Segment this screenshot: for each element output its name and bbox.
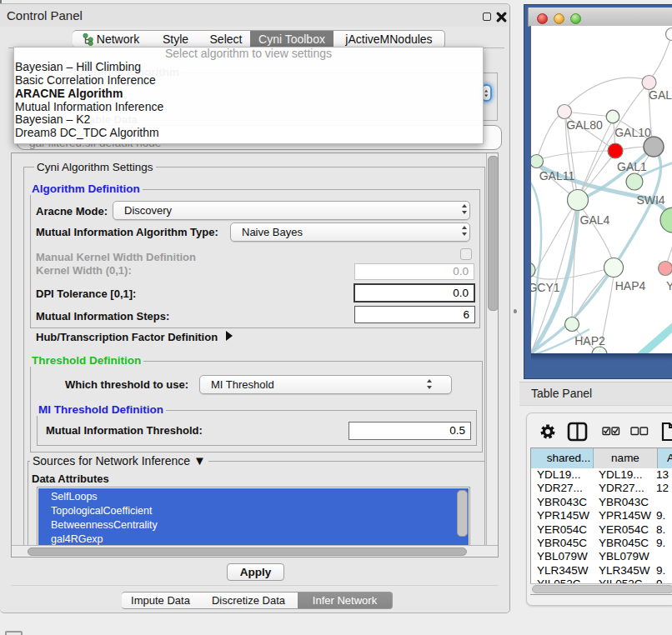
svg-text:HAP2: HAP2 bbox=[574, 334, 605, 348]
svg-text:GAL4: GAL4 bbox=[580, 213, 610, 227]
svg-text:GCY1: GCY1 bbox=[531, 281, 560, 294]
svg-text:HAP4: HAP4 bbox=[615, 279, 646, 292]
svg-text:GAL1: GAL1 bbox=[617, 160, 647, 173]
svg-text:GAL2: GAL2 bbox=[649, 88, 672, 102]
svg-text:GAL11: GAL11 bbox=[539, 169, 575, 182]
svg-text:Y: Y bbox=[666, 279, 672, 292]
svg-text:GAL80: GAL80 bbox=[566, 118, 603, 132]
svg-text:SWI4: SWI4 bbox=[636, 193, 664, 207]
svg-text:GAL10: GAL10 bbox=[614, 126, 651, 139]
